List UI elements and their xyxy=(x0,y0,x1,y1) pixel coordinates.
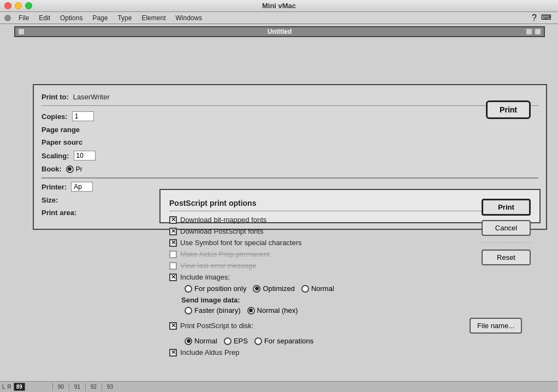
ruler-mark-90: 90 xyxy=(52,383,69,391)
menu-windows[interactable]: Windows xyxy=(171,13,206,23)
faster-binary-radio[interactable] xyxy=(185,307,192,314)
minimize-button[interactable] xyxy=(15,2,22,9)
for-separations-option[interactable]: For separations xyxy=(254,337,313,345)
for-position-radio[interactable] xyxy=(185,285,192,293)
include-images-options: For position only Optimized Normal xyxy=(185,284,531,293)
normal-hex-label: Normal (hex) xyxy=(257,306,298,314)
ps-buttons-group: Print Cancel Reset xyxy=(482,199,531,265)
faster-binary-label: Faster (binary) xyxy=(194,306,241,314)
apple-menu-icon[interactable] xyxy=(2,13,13,23)
use-symbol-checkbox[interactable] xyxy=(169,239,177,247)
view-error-row: View last error message xyxy=(169,262,531,270)
menu-type[interactable]: Type xyxy=(113,13,136,23)
include-aldus-row: Include Aldus Prep xyxy=(169,348,531,357)
view-error-checkbox[interactable] xyxy=(169,262,177,270)
ps-dialog: PostScript print options Print Cancel Re… xyxy=(159,189,541,223)
normal1-option[interactable]: Normal xyxy=(301,284,334,293)
ruler-mark-93: 93 xyxy=(102,383,118,391)
book-value: Pr xyxy=(76,165,82,173)
doc-zoom-icon[interactable] xyxy=(534,28,542,35)
for-separations-radio[interactable] xyxy=(254,337,262,345)
paper-source-label: Paper sourc xyxy=(41,138,82,146)
ps-cancel-button[interactable]: Cancel xyxy=(482,220,531,236)
send-image-data-label: Send image data: xyxy=(181,296,531,304)
normal2-radio[interactable] xyxy=(185,337,192,345)
doc-close-icon[interactable] xyxy=(17,28,25,35)
make-aldus-checkbox[interactable] xyxy=(169,251,177,258)
help-icon[interactable]: ? xyxy=(532,13,537,23)
normal2-option[interactable]: Normal xyxy=(185,337,217,345)
for-position-option[interactable]: For position only xyxy=(185,284,246,293)
indicator-l: L xyxy=(2,384,5,390)
menu-options[interactable]: Options xyxy=(56,13,87,23)
optimized-option[interactable]: Optimized xyxy=(253,284,295,293)
page-range-label: Page range xyxy=(41,126,80,134)
svg-point-0 xyxy=(4,15,11,21)
bottom-indicators: L R 89 xyxy=(0,383,25,391)
menu-edit[interactable]: Edit xyxy=(34,13,55,23)
eps-radio[interactable] xyxy=(224,337,231,345)
print-area-label: Print area: xyxy=(41,209,76,217)
normal1-label: Normal xyxy=(311,284,334,293)
doc-resize-icon[interactable] xyxy=(525,28,533,35)
print-outer-dialog: Print to: LaserWriter Print Copies: Page… xyxy=(33,84,547,230)
download-ps-checkbox[interactable] xyxy=(169,228,177,235)
ps-print-button[interactable]: Print xyxy=(482,199,531,216)
print-ps-disk-label: Print PostScript to disk: xyxy=(180,322,253,330)
use-symbol-label: Use Symbol font for special characters xyxy=(180,239,302,247)
close-button[interactable] xyxy=(4,2,11,9)
app-window: Untitled Print to: LaserWriter Print Cop… xyxy=(0,24,558,392)
ruler-mark-91: 91 xyxy=(69,383,85,391)
normal1-radio[interactable] xyxy=(301,285,309,293)
download-ps-label: Download PostScript fonts xyxy=(180,227,263,235)
print-main-button[interactable]: Print xyxy=(486,100,531,119)
scaling-input[interactable] xyxy=(74,151,96,161)
download-bitmap-checkbox[interactable] xyxy=(169,216,177,224)
doc-title-bar: Untitled xyxy=(14,26,545,37)
ruler-mark-92: 92 xyxy=(85,383,102,391)
book-radio[interactable] xyxy=(66,165,74,173)
ruler-marks: 90 91 92 93 xyxy=(52,383,118,391)
print-to-label: Print to: xyxy=(41,93,69,101)
faster-binary-option[interactable]: Faster (binary) xyxy=(185,306,241,314)
normal2-label: Normal xyxy=(194,337,217,345)
download-bitmap-row: Download bit-mapped fonts xyxy=(169,216,531,224)
window-title: Mini vMac xyxy=(262,2,296,10)
normal-hex-option[interactable]: Normal (hex) xyxy=(247,306,298,314)
include-aldus-checkbox[interactable] xyxy=(169,349,177,357)
menu-file[interactable]: File xyxy=(14,13,33,23)
copies-label: Copies: xyxy=(41,112,68,121)
include-images-checkbox[interactable] xyxy=(169,274,177,281)
book-label: Book: xyxy=(41,165,62,173)
use-symbol-row: Use Symbol font for special characters xyxy=(169,239,531,247)
filename-button[interactable]: File name... xyxy=(470,318,522,334)
ps-reset-button[interactable]: Reset xyxy=(482,250,531,265)
printer-input[interactable] xyxy=(71,182,93,192)
scaling-label: Scaling: xyxy=(41,152,69,160)
print-ps-disk-checkbox[interactable] xyxy=(169,322,177,330)
optimized-radio[interactable] xyxy=(253,285,260,293)
menu-page[interactable]: Page xyxy=(88,13,112,23)
eps-option[interactable]: EPS xyxy=(224,337,248,345)
menu-bar: File Edit Options Page Type Element Wind… xyxy=(0,12,558,24)
maximize-button[interactable] xyxy=(25,2,32,9)
include-images-label: Include images: xyxy=(180,273,230,281)
bottom-bar: L R 89 90 91 92 93 xyxy=(0,381,558,392)
print-ps-disk-options: Normal EPS For separations xyxy=(185,337,531,345)
normal-hex-radio[interactable] xyxy=(247,307,255,314)
printer-label: Printer: xyxy=(41,183,67,191)
doc-title: Untitled xyxy=(268,28,292,35)
eps-label: EPS xyxy=(234,337,248,345)
size-label: Size: xyxy=(41,196,58,204)
include-aldus-label: Include Aldus Prep xyxy=(180,348,239,357)
print-to-value: LaserWriter xyxy=(73,93,110,101)
copies-input[interactable] xyxy=(72,111,94,121)
send-image-data-options: Faster (binary) Normal (hex) xyxy=(185,306,531,314)
ps-dialog-title: PostScript print options xyxy=(169,199,531,211)
keyboard-icon[interactable]: ⌨ xyxy=(541,13,551,23)
for-separations-label: For separations xyxy=(264,337,313,345)
menu-element[interactable]: Element xyxy=(137,13,170,23)
indicator-r: R xyxy=(8,384,11,390)
window-controls[interactable] xyxy=(4,2,32,9)
print-ps-disk-row: Print PostScript to disk: File name... xyxy=(169,318,531,334)
